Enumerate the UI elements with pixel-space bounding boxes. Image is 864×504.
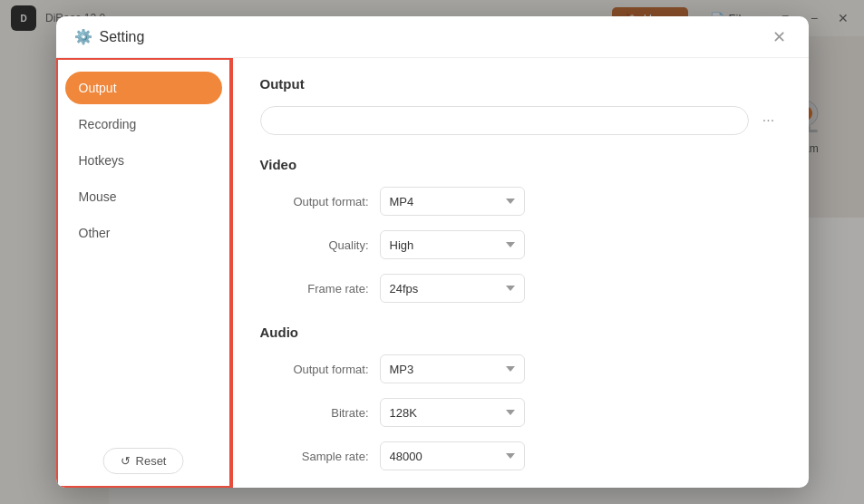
framerate-row: Frame rate: 15fps 24fps 30fps 60fps: [260, 274, 781, 303]
output-section-title: Output: [260, 76, 781, 92]
modal-header: ⚙️ Setting ✕: [56, 16, 809, 58]
settings-modal: ⚙️ Setting ✕ Output Recording Hotkeys: [56, 16, 809, 488]
video-section-title: Video: [260, 157, 781, 172]
quality-row: Quality: Low Medium High Ultra: [260, 230, 781, 259]
nav-item-recording[interactable]: Recording: [65, 108, 222, 141]
video-format-select[interactable]: MP4 AVI MOV MKV: [380, 187, 525, 216]
video-format-row: Output format: MP4 AVI MOV MKV: [260, 187, 781, 216]
settings-content: Output ··· Video Output format: MP4 AVI …: [233, 58, 809, 488]
reset-area: ↺ Reset: [103, 448, 184, 474]
audio-section-title: Audio: [260, 325, 781, 340]
video-format-label: Output format:: [260, 195, 369, 208]
modal-title: ⚙️ Setting: [74, 28, 145, 45]
quality-select[interactable]: Low Medium High Ultra: [380, 230, 525, 259]
samplerate-label: Sample rate:: [260, 450, 369, 463]
setting-title-icon: ⚙️: [74, 28, 92, 45]
browse-button[interactable]: ···: [756, 108, 781, 133]
nav-item-hotkeys[interactable]: Hotkeys: [65, 144, 222, 177]
output-path-row: ···: [260, 106, 781, 135]
output-path-input[interactable]: [260, 106, 749, 135]
modal-close-button[interactable]: ✕: [769, 26, 791, 48]
bitrate-label: Bitrate:: [260, 406, 369, 420]
audio-format-select[interactable]: MP3 AAC WAV FLAC: [380, 354, 525, 383]
bitrate-select[interactable]: 64K 128K 192K 320K: [380, 398, 525, 427]
bitrate-row: Bitrate: 64K 128K 192K 320K: [260, 398, 781, 427]
reset-icon: ↺: [121, 454, 131, 468]
framerate-label: Frame rate:: [260, 282, 369, 296]
settings-nav: Output Recording Hotkeys Mouse Other ↺: [56, 58, 233, 488]
audio-format-row: Output format: MP3 AAC WAV FLAC: [260, 354, 781, 383]
nav-item-output[interactable]: Output: [65, 72, 222, 104]
nav-item-other[interactable]: Other: [65, 217, 222, 249]
quality-label: Quality:: [260, 238, 369, 252]
samplerate-select[interactable]: 22050 44100 48000 96000: [380, 441, 525, 470]
framerate-select[interactable]: 15fps 24fps 30fps 60fps: [380, 274, 525, 303]
modal-overlay: ⚙️ Setting ✕ Output Recording Hotkeys: [0, 0, 864, 504]
nav-item-mouse[interactable]: Mouse: [65, 180, 222, 213]
reset-button[interactable]: ↺ Reset: [103, 448, 184, 474]
modal-body: Output Recording Hotkeys Mouse Other ↺: [56, 58, 809, 488]
samplerate-row: Sample rate: 22050 44100 48000 96000: [260, 441, 781, 470]
audio-format-label: Output format:: [260, 363, 369, 376]
